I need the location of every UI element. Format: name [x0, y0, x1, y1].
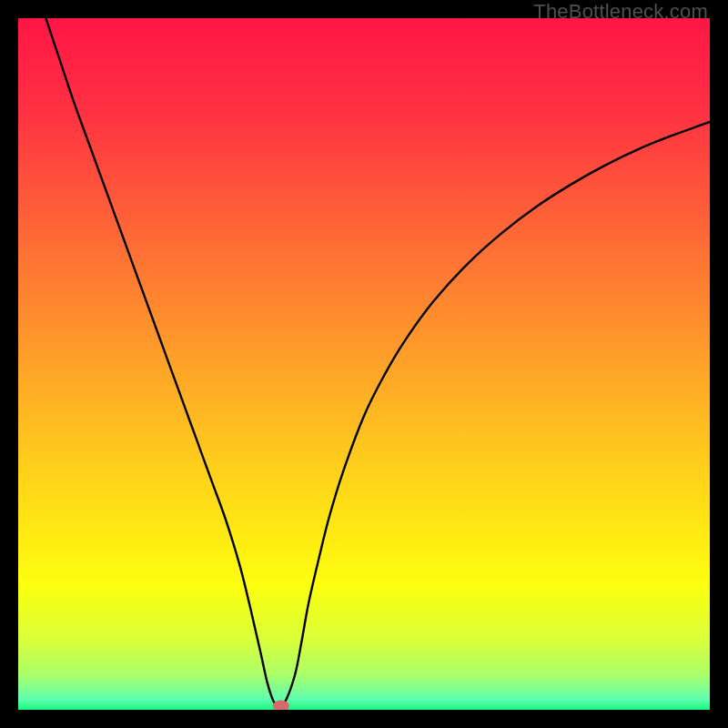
- bottleneck-chart: [18, 18, 710, 710]
- chart-background: [18, 18, 710, 710]
- watermark-text: TheBottleneck.com: [533, 0, 708, 24]
